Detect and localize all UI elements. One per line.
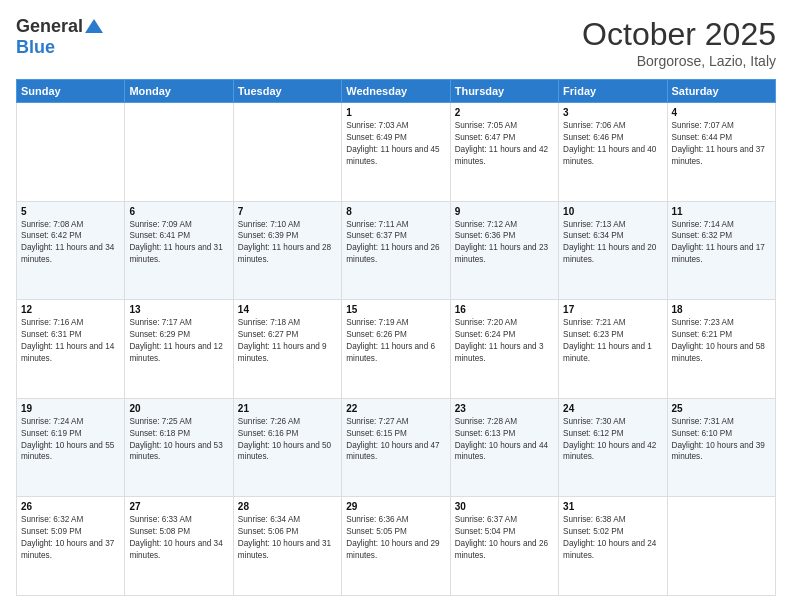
day-number: 20 [129, 403, 228, 414]
day-number: 2 [455, 107, 554, 118]
day-number: 18 [672, 304, 771, 315]
col-tuesday: Tuesday [233, 80, 341, 103]
day-number: 1 [346, 107, 445, 118]
day-number: 29 [346, 501, 445, 512]
calendar-cell: 13Sunrise: 7:17 AMSunset: 6:29 PMDayligh… [125, 300, 233, 399]
day-number: 4 [672, 107, 771, 118]
day-number: 15 [346, 304, 445, 315]
calendar-cell: 1Sunrise: 7:03 AMSunset: 6:49 PMDaylight… [342, 103, 450, 202]
day-number: 17 [563, 304, 662, 315]
day-number: 8 [346, 206, 445, 217]
header: General Blue October 2025 Borgorose, Laz… [16, 16, 776, 69]
calendar-week-2: 5Sunrise: 7:08 AMSunset: 6:42 PMDaylight… [17, 201, 776, 300]
col-sunday: Sunday [17, 80, 125, 103]
calendar-cell: 16Sunrise: 7:20 AMSunset: 6:24 PMDayligh… [450, 300, 558, 399]
day-number: 22 [346, 403, 445, 414]
calendar-week-4: 19Sunrise: 7:24 AMSunset: 6:19 PMDayligh… [17, 398, 776, 497]
calendar-cell: 20Sunrise: 7:25 AMSunset: 6:18 PMDayligh… [125, 398, 233, 497]
calendar-cell: 18Sunrise: 7:23 AMSunset: 6:21 PMDayligh… [667, 300, 775, 399]
calendar-week-3: 12Sunrise: 7:16 AMSunset: 6:31 PMDayligh… [17, 300, 776, 399]
calendar-cell: 27Sunrise: 6:33 AMSunset: 5:08 PMDayligh… [125, 497, 233, 596]
day-number: 24 [563, 403, 662, 414]
day-info: Sunrise: 7:13 AMSunset: 6:34 PMDaylight:… [563, 219, 662, 267]
page: General Blue October 2025 Borgorose, Laz… [0, 0, 792, 612]
col-thursday: Thursday [450, 80, 558, 103]
day-info: Sunrise: 7:31 AMSunset: 6:10 PMDaylight:… [672, 416, 771, 464]
day-number: 5 [21, 206, 120, 217]
day-info: Sunrise: 7:26 AMSunset: 6:16 PMDaylight:… [238, 416, 337, 464]
day-info: Sunrise: 6:36 AMSunset: 5:05 PMDaylight:… [346, 514, 445, 562]
day-info: Sunrise: 7:05 AMSunset: 6:47 PMDaylight:… [455, 120, 554, 168]
day-number: 11 [672, 206, 771, 217]
col-wednesday: Wednesday [342, 80, 450, 103]
calendar-week-5: 26Sunrise: 6:32 AMSunset: 5:09 PMDayligh… [17, 497, 776, 596]
calendar-cell: 30Sunrise: 6:37 AMSunset: 5:04 PMDayligh… [450, 497, 558, 596]
calendar-cell: 24Sunrise: 7:30 AMSunset: 6:12 PMDayligh… [559, 398, 667, 497]
calendar-cell: 3Sunrise: 7:06 AMSunset: 6:46 PMDaylight… [559, 103, 667, 202]
calendar-cell: 29Sunrise: 6:36 AMSunset: 5:05 PMDayligh… [342, 497, 450, 596]
calendar-cell: 14Sunrise: 7:18 AMSunset: 6:27 PMDayligh… [233, 300, 341, 399]
calendar-cell [233, 103, 341, 202]
calendar-cell: 9Sunrise: 7:12 AMSunset: 6:36 PMDaylight… [450, 201, 558, 300]
day-number: 30 [455, 501, 554, 512]
col-saturday: Saturday [667, 80, 775, 103]
month-title: October 2025 [582, 16, 776, 53]
day-info: Sunrise: 7:07 AMSunset: 6:44 PMDaylight:… [672, 120, 771, 168]
calendar-cell: 2Sunrise: 7:05 AMSunset: 6:47 PMDaylight… [450, 103, 558, 202]
day-number: 16 [455, 304, 554, 315]
calendar-cell: 23Sunrise: 7:28 AMSunset: 6:13 PMDayligh… [450, 398, 558, 497]
calendar-cell: 15Sunrise: 7:19 AMSunset: 6:26 PMDayligh… [342, 300, 450, 399]
col-friday: Friday [559, 80, 667, 103]
day-info: Sunrise: 7:19 AMSunset: 6:26 PMDaylight:… [346, 317, 445, 365]
day-number: 26 [21, 501, 120, 512]
day-number: 6 [129, 206, 228, 217]
day-number: 12 [21, 304, 120, 315]
day-info: Sunrise: 7:23 AMSunset: 6:21 PMDaylight:… [672, 317, 771, 365]
svg-marker-0 [85, 19, 103, 33]
calendar-cell: 19Sunrise: 7:24 AMSunset: 6:19 PMDayligh… [17, 398, 125, 497]
day-number: 27 [129, 501, 228, 512]
day-info: Sunrise: 7:18 AMSunset: 6:27 PMDaylight:… [238, 317, 337, 365]
day-info: Sunrise: 6:32 AMSunset: 5:09 PMDaylight:… [21, 514, 120, 562]
day-number: 21 [238, 403, 337, 414]
day-info: Sunrise: 6:37 AMSunset: 5:04 PMDaylight:… [455, 514, 554, 562]
day-info: Sunrise: 7:28 AMSunset: 6:13 PMDaylight:… [455, 416, 554, 464]
calendar-cell: 6Sunrise: 7:09 AMSunset: 6:41 PMDaylight… [125, 201, 233, 300]
day-info: Sunrise: 7:25 AMSunset: 6:18 PMDaylight:… [129, 416, 228, 464]
calendar-cell: 28Sunrise: 6:34 AMSunset: 5:06 PMDayligh… [233, 497, 341, 596]
calendar-cell: 12Sunrise: 7:16 AMSunset: 6:31 PMDayligh… [17, 300, 125, 399]
day-info: Sunrise: 7:03 AMSunset: 6:49 PMDaylight:… [346, 120, 445, 168]
calendar-cell [667, 497, 775, 596]
title-block: October 2025 Borgorose, Lazio, Italy [582, 16, 776, 69]
calendar-cell: 10Sunrise: 7:13 AMSunset: 6:34 PMDayligh… [559, 201, 667, 300]
day-info: Sunrise: 7:06 AMSunset: 6:46 PMDaylight:… [563, 120, 662, 168]
day-info: Sunrise: 7:30 AMSunset: 6:12 PMDaylight:… [563, 416, 662, 464]
calendar-cell: 11Sunrise: 7:14 AMSunset: 6:32 PMDayligh… [667, 201, 775, 300]
calendar-cell: 8Sunrise: 7:11 AMSunset: 6:37 PMDaylight… [342, 201, 450, 300]
calendar-cell: 26Sunrise: 6:32 AMSunset: 5:09 PMDayligh… [17, 497, 125, 596]
day-info: Sunrise: 6:33 AMSunset: 5:08 PMDaylight:… [129, 514, 228, 562]
day-number: 3 [563, 107, 662, 118]
day-number: 23 [455, 403, 554, 414]
day-info: Sunrise: 7:24 AMSunset: 6:19 PMDaylight:… [21, 416, 120, 464]
day-number: 13 [129, 304, 228, 315]
calendar-cell: 7Sunrise: 7:10 AMSunset: 6:39 PMDaylight… [233, 201, 341, 300]
day-info: Sunrise: 7:27 AMSunset: 6:15 PMDaylight:… [346, 416, 445, 464]
day-info: Sunrise: 7:10 AMSunset: 6:39 PMDaylight:… [238, 219, 337, 267]
logo-general-text: General [16, 16, 83, 37]
day-info: Sunrise: 7:12 AMSunset: 6:36 PMDaylight:… [455, 219, 554, 267]
day-info: Sunrise: 7:17 AMSunset: 6:29 PMDaylight:… [129, 317, 228, 365]
day-number: 14 [238, 304, 337, 315]
logo-icon [85, 19, 103, 33]
calendar-week-1: 1Sunrise: 7:03 AMSunset: 6:49 PMDaylight… [17, 103, 776, 202]
calendar-cell: 21Sunrise: 7:26 AMSunset: 6:16 PMDayligh… [233, 398, 341, 497]
day-info: Sunrise: 7:14 AMSunset: 6:32 PMDaylight:… [672, 219, 771, 267]
col-monday: Monday [125, 80, 233, 103]
day-info: Sunrise: 7:11 AMSunset: 6:37 PMDaylight:… [346, 219, 445, 267]
day-info: Sunrise: 7:21 AMSunset: 6:23 PMDaylight:… [563, 317, 662, 365]
day-number: 28 [238, 501, 337, 512]
calendar-cell: 4Sunrise: 7:07 AMSunset: 6:44 PMDaylight… [667, 103, 775, 202]
location: Borgorose, Lazio, Italy [582, 53, 776, 69]
calendar-cell [17, 103, 125, 202]
day-number: 9 [455, 206, 554, 217]
